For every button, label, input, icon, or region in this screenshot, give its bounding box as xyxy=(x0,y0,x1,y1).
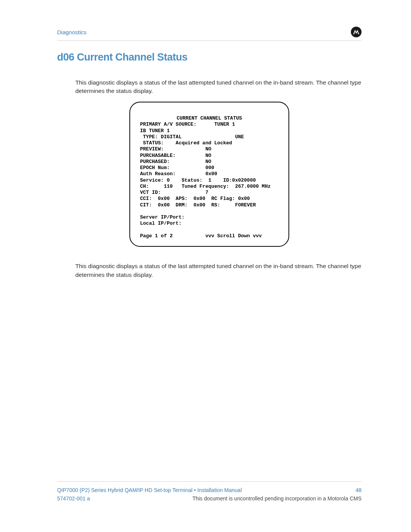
screen-line: PURCHASED: NO xyxy=(140,159,211,165)
screen-line xyxy=(140,208,143,214)
screen-line: TYPE: DIGITAL UNE xyxy=(140,134,244,140)
screen-line: Server IP/Port: xyxy=(140,214,185,220)
motorola-logo-icon xyxy=(351,27,362,37)
intro-paragraph: This diagnostic displays a status of the… xyxy=(75,78,362,96)
screen-line: Local IP/Port: xyxy=(140,220,182,226)
screen-line: IB TUNER 1 xyxy=(140,128,170,134)
screen-line: PURCHASABLE: NO xyxy=(140,153,211,158)
screen-line: CH: 110 Tuned Frequency: 267.0000 MHz xyxy=(140,184,271,189)
footer-notice: This document is uncontrolled pending in… xyxy=(193,495,362,502)
footer-doc-number: 574702-001 a xyxy=(57,495,90,502)
screen-line: PRIMARY A/V SOURCE: TUNER 1 xyxy=(140,121,235,127)
screen-line: VCT ID: 7 xyxy=(140,190,208,195)
footer-divider xyxy=(57,481,362,482)
screen-line: Page 1 of 2 vvv Scroll Down vvv xyxy=(140,233,262,239)
screen-line: CIT: 0x00 DRM: 0x00 RS: FOREVER xyxy=(140,202,256,208)
screen-line: CCI: 0x00 APS: 0x00 RC Flag: 0x00 xyxy=(140,196,250,201)
screen-title: CURRENT CHANNEL STATUS xyxy=(140,115,279,121)
screen-line: Service: 0 Status: 1 ID:0x020000 xyxy=(140,177,256,183)
screen-line xyxy=(140,227,143,233)
footer-manual-title: QIP7000 (P2) Series Hybrid QAM/IP HD Set… xyxy=(57,487,242,493)
diagnostic-screen: CURRENT CHANNEL STATUSPRIMARY A/V SOURCE… xyxy=(129,102,289,247)
screen-line: STATUS: Acquired and Locked xyxy=(140,140,232,146)
page-footer: QIP7000 (P2) Series Hybrid QAM/IP HD Set… xyxy=(57,481,362,502)
page-header: Diagnostics xyxy=(57,27,362,41)
screen-line: EPOCH Num: 000 xyxy=(140,165,214,171)
screen-line: PREVIEW: NO xyxy=(140,146,211,152)
footer-page-number: 48 xyxy=(355,487,362,493)
page-title: d06 Current Channel Status xyxy=(57,51,362,63)
after-paragraph: This diagnostic displays a status of the… xyxy=(75,262,362,279)
section-label: Diagnostics xyxy=(57,29,87,35)
screen-line: Auth Reason: 0x00 xyxy=(140,171,217,177)
